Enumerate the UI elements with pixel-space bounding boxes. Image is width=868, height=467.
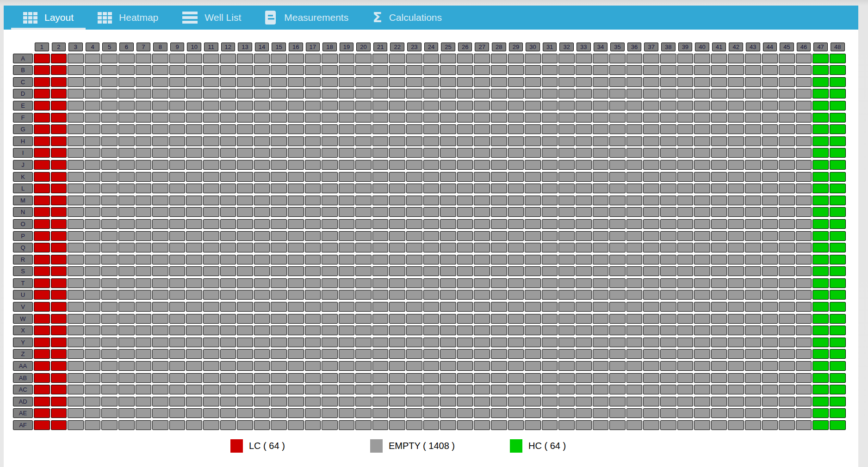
well-cell[interactable] (322, 314, 338, 324)
well-cell[interactable] (830, 397, 846, 406)
well-cell[interactable] (694, 77, 710, 87)
well-cell[interactable] (796, 338, 812, 347)
well-cell[interactable] (474, 385, 490, 394)
well-cell[interactable] (728, 89, 744, 98)
well-cell[interactable] (101, 207, 118, 217)
well-cell[interactable] (542, 196, 558, 205)
well-cell[interactable] (237, 65, 253, 75)
well-cell[interactable] (728, 385, 744, 394)
well-cell[interactable] (152, 361, 168, 371)
well-cell[interactable] (508, 54, 524, 63)
well-cell[interactable] (355, 113, 372, 123)
well-cell[interactable] (34, 231, 50, 241)
well-cell[interactable] (34, 196, 50, 205)
well-cell[interactable] (491, 408, 507, 418)
well-cell[interactable] (288, 420, 304, 430)
well-cell[interactable] (237, 231, 253, 241)
well-cell[interactable] (186, 373, 202, 383)
well-cell[interactable] (694, 290, 710, 300)
well-cell[interactable] (389, 207, 405, 217)
well-cell[interactable] (423, 160, 440, 170)
well-cell[interactable] (339, 420, 355, 430)
well-cell[interactable] (609, 385, 626, 394)
well-cell[interactable] (677, 278, 694, 288)
well-cell[interactable] (542, 207, 558, 217)
well-cell[interactable] (237, 338, 253, 347)
well-cell[interactable] (728, 349, 744, 359)
well-cell[interactable] (288, 89, 304, 98)
well-cell[interactable] (593, 89, 609, 98)
well-cell[interactable] (136, 172, 152, 182)
well-cell[interactable] (694, 338, 710, 347)
well-cell[interactable] (796, 65, 812, 75)
well-cell[interactable] (406, 278, 422, 288)
well-cell[interactable] (51, 349, 67, 359)
well-cell[interactable] (51, 101, 67, 111)
well-cell[interactable] (169, 124, 186, 134)
well-cell[interactable] (525, 278, 541, 288)
well-cell[interactable] (423, 207, 440, 217)
well-cell[interactable] (745, 420, 761, 430)
well-cell[interactable] (796, 54, 812, 63)
well-cell[interactable] (677, 326, 694, 335)
well-cell[interactable] (491, 349, 507, 359)
well-cell[interactable] (728, 420, 744, 430)
well-cell[interactable] (203, 278, 219, 288)
well-cell[interactable] (423, 184, 440, 193)
well-cell[interactable] (237, 172, 253, 182)
well-cell[interactable] (525, 361, 541, 371)
well-cell[interactable] (745, 231, 761, 241)
well-cell[interactable] (576, 219, 592, 229)
well-cell[interactable] (186, 148, 202, 158)
well-cell[interactable] (101, 219, 118, 229)
well-cell[interactable] (322, 408, 338, 418)
well-cell[interactable] (677, 255, 694, 264)
well-cell[interactable] (745, 278, 761, 288)
well-cell[interactable] (288, 326, 304, 335)
well-cell[interactable] (694, 89, 710, 98)
well-cell[interactable] (355, 326, 372, 335)
well-cell[interactable] (694, 397, 710, 406)
well-cell[interactable] (254, 148, 270, 158)
well-cell[interactable] (626, 243, 643, 252)
well-cell[interactable] (558, 136, 575, 146)
well-cell[interactable] (68, 361, 84, 371)
well-cell[interactable] (389, 65, 405, 75)
well-cell[interactable] (305, 266, 321, 276)
well-cell[interactable] (136, 124, 152, 134)
well-cell[interactable] (626, 326, 643, 335)
well-cell[interactable] (812, 302, 829, 312)
well-cell[interactable] (288, 243, 304, 252)
well-cell[interactable] (558, 124, 575, 134)
well-cell[interactable] (457, 101, 473, 111)
well-cell[interactable] (68, 338, 84, 347)
well-cell[interactable] (203, 231, 219, 241)
well-cell[interactable] (474, 172, 490, 182)
well-cell[interactable] (440, 266, 456, 276)
well-cell[interactable] (85, 349, 101, 359)
well-cell[interactable] (508, 148, 524, 158)
well-cell[interactable] (796, 408, 812, 418)
well-cell[interactable] (491, 124, 507, 134)
well-cell[interactable] (254, 113, 270, 123)
well-cell[interactable] (728, 113, 744, 123)
well-cell[interactable] (220, 266, 236, 276)
well-cell[interactable] (660, 243, 676, 252)
well-cell[interactable] (593, 219, 609, 229)
well-cell[interactable] (339, 373, 355, 383)
well-cell[interactable] (136, 361, 152, 371)
well-cell[interactable] (85, 184, 101, 193)
well-cell[interactable] (728, 136, 744, 146)
well-cell[interactable] (728, 373, 744, 383)
well-cell[interactable] (152, 136, 168, 146)
well-cell[interactable] (389, 160, 405, 170)
well-cell[interactable] (508, 314, 524, 324)
well-cell[interactable] (305, 397, 321, 406)
well-cell[interactable] (288, 184, 304, 193)
well-cell[interactable] (288, 290, 304, 300)
well-cell[interactable] (389, 420, 405, 430)
well-cell[interactable] (542, 408, 558, 418)
well-cell[interactable] (288, 77, 304, 87)
well-cell[interactable] (186, 101, 202, 111)
well-cell[interactable] (118, 184, 135, 193)
